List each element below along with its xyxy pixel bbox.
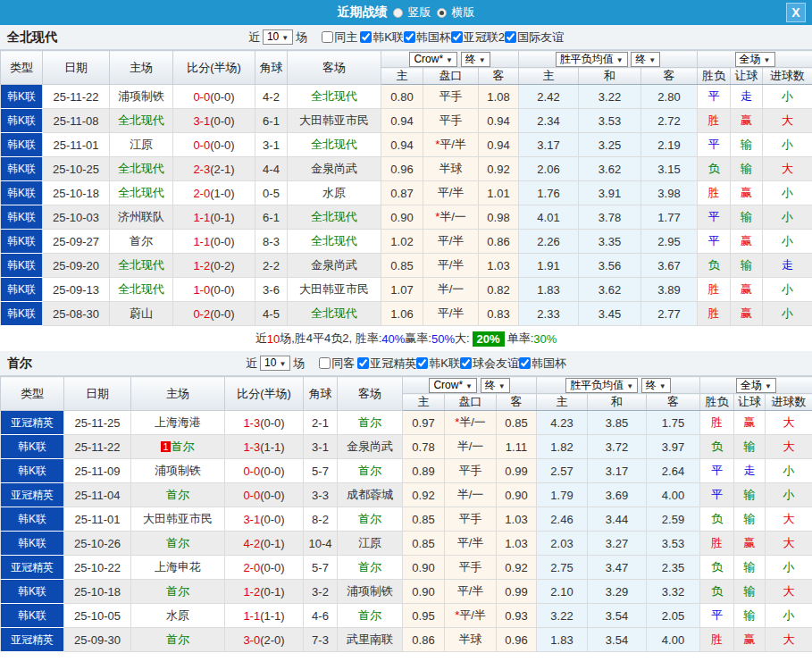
team-name: 成都蓉城 [347, 488, 393, 501]
type-cell: 韩K联 [1, 604, 64, 628]
handicap-cell: 半/一 [445, 483, 497, 507]
avg-home-odds: 1.83 [519, 278, 579, 302]
fulltime-score: 0-0 [193, 90, 210, 104]
corner-cell: 3-1 [304, 435, 338, 459]
avg-draw-odds: 3.22 [579, 85, 641, 109]
league-checkbox[interactable] [360, 31, 372, 43]
league-filter[interactable]: 亚冠联2 [451, 29, 505, 46]
team-name: 首尔 [358, 560, 381, 574]
bookmaker-select[interactable]: Crow*▼ [429, 378, 477, 393]
odds-stage-select[interactable]: 终▼ [481, 378, 510, 393]
avg-away-odds: 2.72 [641, 109, 698, 133]
home-team-cell: 全北现代 [110, 157, 173, 181]
league-filter[interactable]: 韩国杯 [519, 356, 566, 372]
crow-home-odds: 0.90 [403, 556, 445, 580]
league-filter[interactable]: 韩K联 [416, 356, 460, 372]
score-cell: 2-3(2-1) [173, 157, 255, 181]
league-filter[interactable]: 球会友谊 [460, 356, 519, 372]
date-cell: 25-11-01 [43, 133, 110, 157]
league-checkbox[interactable] [451, 31, 463, 43]
scope-select[interactable]: 全场▼ [735, 52, 775, 67]
crow-home-odds: 0.90 [403, 580, 445, 604]
home-team-cell: 首尔 [131, 628, 225, 652]
match-count-select[interactable]: 10▼ [260, 356, 290, 371]
avg-stage-select[interactable]: 终▼ [631, 52, 660, 67]
table-row: 韩K联25-09-27首尔1-1(0-0)8-3全北现代1.02平/半0.862… [1, 230, 812, 254]
team-name: 全北现代 [311, 89, 357, 103]
league-filter[interactable]: 韩国杯 [404, 29, 451, 46]
avg-home-odds: 2.57 [537, 459, 588, 483]
result-goals-cell: 小 [763, 278, 812, 302]
league-filter[interactable]: 国际友谊 [505, 29, 564, 46]
crow-home-odds: 1.06 [381, 302, 423, 326]
crow-home-odds: 0.85 [403, 532, 445, 556]
crow-home-odds: 0.94 [381, 133, 423, 157]
dialog-title: 近期战绩 [338, 4, 388, 21]
league-checkbox[interactable] [357, 357, 369, 369]
avg-home-odds: 2.75 [537, 556, 588, 580]
avg-away-odds: 3.32 [647, 580, 700, 604]
same-side-filter[interactable]: 同主 [322, 29, 357, 46]
league-checkbox[interactable] [505, 31, 516, 43]
corner-cell: 3-2 [304, 580, 338, 604]
result-goals-cell: 大 [766, 580, 812, 604]
league-filter[interactable]: 韩K联 [360, 29, 404, 46]
date-cell: 25-08-30 [43, 302, 110, 326]
avg-select[interactable]: 胜平负均值▼ [556, 52, 628, 67]
team-name-title: 首尔 [7, 356, 32, 372]
result-goals-cell: 小 [763, 85, 812, 109]
fulltime-score: 1-3 [243, 440, 260, 454]
avg-home-odds: 2.34 [519, 109, 579, 133]
same-side-checkbox[interactable] [322, 31, 333, 43]
bookmaker-select[interactable]: Crow*▼ [409, 52, 457, 67]
fulltime-score: 4-2 [243, 537, 260, 550]
halftime-score: (0-0) [260, 416, 284, 430]
result-handicap-cell: 输 [734, 580, 766, 604]
match-count-select[interactable]: 10▼ [263, 29, 293, 45]
vertical-radio[interactable] [393, 8, 403, 18]
halftime-score: (1-0) [210, 187, 234, 200]
vertical-radio-label[interactable]: 竖版 [408, 4, 431, 21]
type-cell: 亚冠精英 [1, 556, 64, 580]
same-side-checkbox[interactable] [319, 357, 331, 369]
corner-cell: 3-3 [304, 483, 338, 507]
avg-home-odds: 2.46 [537, 507, 588, 532]
crow-home-odds: 0.89 [403, 459, 445, 483]
corner-cell: 10-4 [304, 532, 338, 556]
home-team-cell: 水原 [131, 604, 225, 628]
result-goals-cell: 大 [763, 109, 812, 133]
date-cell: 25-09-27 [43, 230, 110, 254]
team-name: 全北现代 [311, 210, 357, 223]
avg-away-odds: 4.00 [647, 628, 700, 652]
league-checkbox[interactable] [460, 357, 472, 369]
same-side-filter[interactable]: 同客 [319, 356, 355, 372]
result-wdl-cell: 负 [700, 556, 734, 580]
handicap-cell: 平手 [423, 85, 479, 109]
avg-stage-select[interactable]: 终▼ [641, 378, 671, 393]
halftime-score: (0-0) [210, 235, 234, 248]
summary-segment: 场,胜4平4负2, 胜率: [280, 331, 381, 347]
team-name: 首尔 [358, 608, 381, 622]
table-row: 韩K联25-11-221首尔1-3(1-1)3-1金泉尚武0.78半/一1.11… [1, 435, 812, 459]
league-checkbox[interactable] [404, 31, 415, 43]
chevron-down-icon: ▼ [479, 56, 486, 64]
score-cell: 2-0(1-0) [173, 181, 255, 205]
scope-select[interactable]: 全场▼ [736, 378, 776, 393]
league-checkbox[interactable] [519, 357, 531, 369]
league-checkbox[interactable] [416, 357, 428, 369]
result-handicap-cell: 赢 [731, 302, 763, 326]
horizontal-radio[interactable] [437, 8, 447, 18]
avg-select[interactable]: 胜平负均值▼ [565, 378, 638, 393]
fulltime-score: 3-1 [243, 513, 260, 526]
result-wdl-cell: 平 [698, 133, 731, 157]
horizontal-radio-label[interactable]: 横版 [452, 4, 475, 21]
home-team-cell: 江原 [110, 133, 173, 157]
crow-away-odds: 1.03 [497, 532, 537, 556]
team-name: 首尔 [130, 234, 153, 247]
odds-stage-select[interactable]: 终▼ [461, 52, 490, 67]
date-cell: 25-09-20 [43, 254, 110, 278]
league-filter[interactable]: 亚冠精英 [357, 356, 416, 372]
team-name: 全北现代 [118, 162, 164, 175]
team-name: 金泉尚武 [311, 258, 357, 272]
close-button[interactable]: X [786, 3, 806, 22]
